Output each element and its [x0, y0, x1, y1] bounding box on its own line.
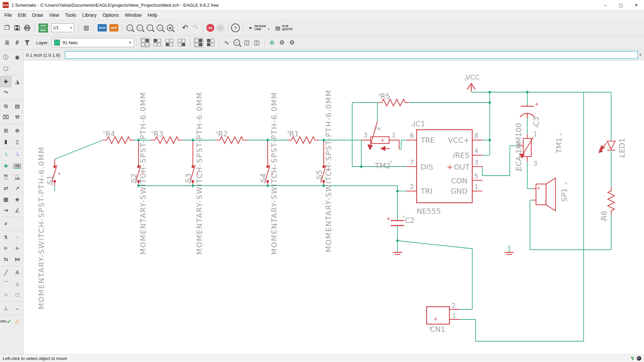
schematic-drawing[interactable]: MOMENTARY-SWITCH-SPST-PTH-6.0MMMOMENTARY…: [23, 61, 644, 354]
name-tool[interactable]: R210k: [0, 172, 11, 183]
circle-tool[interactable]: ○: [0, 289, 11, 300]
schematic-label[interactable]: TRI: [420, 187, 432, 195]
online-status-icon[interactable]: ↯: [630, 355, 635, 361]
multimeter-button[interactable]: ◫: [242, 37, 252, 48]
replace-tool[interactable]: ▮: [0, 136, 11, 147]
schematic-label[interactable]: +: [270, 171, 274, 176]
layer-selector[interactable]: 91 Nets ▼: [52, 38, 134, 47]
schematic-label[interactable]: 7: [410, 159, 414, 166]
gateswap-tool[interactable]: ⇄: [0, 183, 11, 194]
split-tool[interactable]: ⇆: [0, 254, 11, 265]
dimension-tool[interactable]: ⊥: [0, 303, 11, 314]
text-tool[interactable]: A: [12, 267, 23, 278]
run-ulp-button[interactable]: ULP: [109, 24, 118, 32]
schematic-label[interactable]: 5: [474, 172, 478, 180]
delete-tool[interactable]: ⌧: [0, 112, 11, 123]
net-wires[interactable]: [55, 92, 611, 341]
schematic-label[interactable]: +: [622, 154, 626, 160]
schematic-label[interactable]: +: [50, 182, 54, 187]
sync-status-icon[interactable]: [637, 356, 641, 361]
component-symbols[interactable]: [52, 83, 615, 324]
invoke-gate-tool[interactable]: {»: [12, 243, 23, 254]
erc-tool[interactable]: ERC✔: [0, 316, 11, 327]
maximize-button[interactable]: ▢: [613, 0, 629, 10]
print-button[interactable]: [22, 22, 32, 33]
zoom-redraw-button[interactable]: ▣: [165, 22, 175, 33]
change-tool[interactable]: ⚒: [12, 112, 23, 123]
invoke-array-tool[interactable]: {≡: [0, 243, 11, 254]
schematic-label[interactable]: SP1: [560, 188, 569, 202]
schematic-label[interactable]: R4: [105, 130, 115, 138]
add-part-tool[interactable]: ⊞: [0, 125, 11, 136]
net-tool[interactable]: └: [0, 149, 11, 161]
schematic-label[interactable]: +: [215, 129, 219, 135]
zoom-fit-button[interactable]: ▭: [155, 22, 165, 33]
schematic-label[interactable]: +: [428, 325, 432, 330]
schematic-label[interactable]: TRE: [420, 136, 435, 144]
minimize-button[interactable]: –: [598, 0, 613, 10]
sheet-selector[interactable]: 1/1 ▼: [51, 23, 74, 32]
junction-tool[interactable]: ✚: [0, 161, 11, 172]
menu-view[interactable]: View: [46, 12, 62, 18]
schematic-label[interactable]: +: [188, 180, 192, 185]
invoke-tool[interactable]: ⊕: [12, 125, 23, 136]
net-junction[interactable]: [191, 138, 195, 142]
arc-tool[interactable]: ⌒: [0, 278, 11, 289]
schematic-label[interactable]: 4: [474, 147, 478, 155]
bus-ripper-tool[interactable]: ≠: [0, 218, 11, 229]
schematic-label[interactable]: +: [150, 129, 154, 135]
schematic-label[interactable]: +: [263, 180, 267, 185]
schematic-label[interactable]: +: [133, 180, 138, 185]
net-junction[interactable]: [266, 138, 269, 142]
net-junction[interactable]: [488, 101, 491, 104]
schematic-label[interactable]: 2: [517, 142, 521, 149]
schematic-label[interactable]: OUT: [454, 163, 470, 171]
schematic-label[interactable]: CON: [451, 177, 468, 185]
cluster-tool[interactable]: ◌: [12, 232, 23, 243]
schematic-label[interactable]: R3: [154, 130, 163, 138]
probe-button[interactable]: ∿: [232, 37, 242, 48]
pin-tool[interactable]: ⇥: [0, 205, 11, 216]
schematic-label[interactable]: VCC+: [448, 136, 470, 144]
schematic-label[interactable]: +: [537, 185, 541, 191]
schematic-label[interactable]: +: [535, 124, 539, 129]
schematic-label[interactable]: IC1: [413, 120, 425, 128]
schematic-label[interactable]: +: [326, 168, 330, 173]
rect-tool[interactable]: □: [12, 289, 23, 300]
schematic-label[interactable]: +: [319, 176, 323, 182]
menu-help[interactable]: Help: [145, 12, 160, 18]
menu-window[interactable]: Window: [122, 12, 145, 18]
display-option-3[interactable]: [164, 38, 174, 48]
help-button[interactable]: ?: [230, 22, 240, 33]
schematic-label[interactable]: VCC: [466, 73, 480, 81]
schematic-label[interactable]: +: [559, 131, 563, 137]
schematic-label[interactable]: +: [386, 216, 391, 222]
schematic-label[interactable]: R5: [380, 92, 390, 101]
smash-tool[interactable]: ↗: [12, 183, 23, 194]
grid-button[interactable]: #: [12, 37, 22, 48]
schematic-label[interactable]: /RES: [452, 151, 470, 160]
erc-errors-tool[interactable]: ⚠: [12, 316, 23, 327]
schematic-label[interactable]: +: [604, 218, 608, 223]
schematic-label[interactable]: +: [141, 171, 145, 176]
oscilloscope-button[interactable]: ◫: [252, 37, 262, 48]
schematic-label[interactable]: +: [433, 316, 438, 322]
net-junction[interactable]: [396, 189, 399, 193]
zoom-select-button[interactable]: ▪: [125, 22, 135, 33]
schematic-label[interactable]: +: [535, 101, 539, 107]
zoom-out-button[interactable]: −: [145, 22, 155, 33]
move-tool[interactable]: ✚: [0, 76, 11, 87]
schematic-label[interactable]: DIS: [421, 163, 433, 171]
polygon-tool[interactable]: ⌂: [12, 278, 23, 289]
schematic-label[interactable]: NE555: [417, 207, 441, 216]
attribute-tool[interactable]: ◈: [12, 194, 23, 205]
schematic-label[interactable]: 8: [474, 132, 478, 139]
schematic-label[interactable]: 6: [410, 132, 414, 139]
paste-tool[interactable]: ▤: [12, 101, 23, 112]
schematic-label[interactable]: TM2: [375, 162, 390, 170]
net-junction[interactable]: [488, 138, 491, 142]
save-button[interactable]: [12, 22, 22, 33]
spice-netlist-button[interactable]: ⊕: [267, 37, 277, 48]
schematic-label[interactable]: +: [389, 159, 393, 164]
measure-tool[interactable]: ↔: [12, 303, 23, 314]
